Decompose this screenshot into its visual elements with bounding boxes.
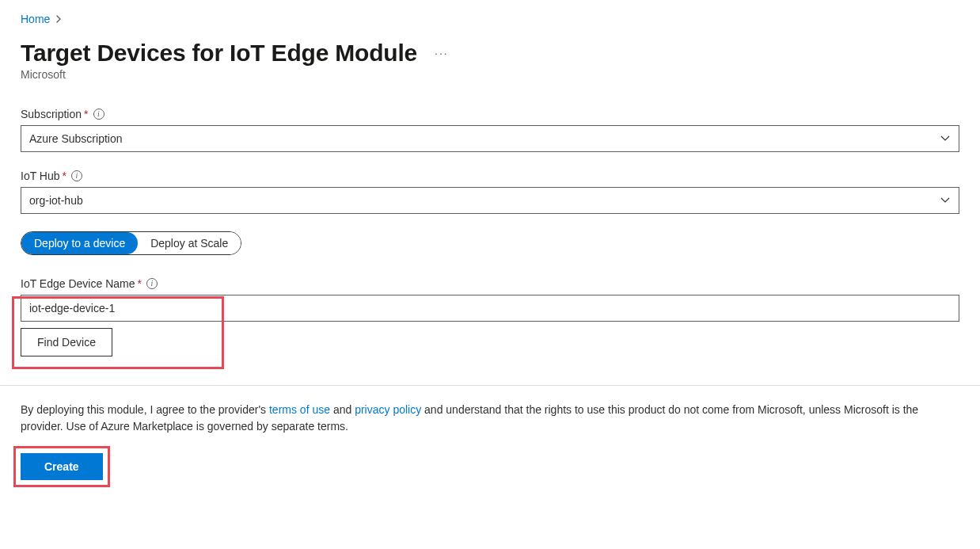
info-icon[interactable]: i	[146, 278, 158, 289]
deploy-to-device-toggle[interactable]: Deploy to a device	[21, 232, 138, 254]
required-star-icon: *	[63, 170, 66, 182]
iothub-value: org-iot-hub	[29, 194, 83, 207]
privacy-policy-link[interactable]: privacy policy	[355, 403, 421, 416]
subscription-label: Subscription	[21, 108, 82, 120]
page-title: Target Devices for IoT Edge Module	[21, 40, 417, 67]
terms-of-use-link[interactable]: terms of use	[269, 403, 330, 416]
highlight-annotation: Create	[13, 446, 110, 487]
section-divider	[0, 385, 980, 386]
device-name-input[interactable]	[21, 295, 959, 322]
required-star-icon: *	[137, 277, 141, 290]
info-icon[interactable]: i	[71, 170, 82, 181]
subscription-field-group: Subscription * i Azure Subscription	[21, 108, 959, 152]
breadcrumb-home-link[interactable]: Home	[21, 13, 50, 25]
agreement-text: By deploying this module, I agree to the…	[21, 402, 959, 435]
deploy-at-scale-toggle[interactable]: Deploy at Scale	[138, 232, 241, 254]
chevron-down-icon	[940, 135, 951, 143]
info-icon[interactable]: i	[93, 109, 104, 120]
chevron-down-icon	[940, 196, 951, 204]
chevron-right-icon	[55, 15, 63, 23]
iothub-label: IoT Hub	[21, 170, 60, 182]
more-actions-icon[interactable]: ···	[435, 47, 449, 59]
iothub-field-group: IoT Hub * i org-iot-hub	[21, 170, 959, 214]
page-subtitle: Microsoft	[21, 68, 959, 81]
required-star-icon: *	[84, 108, 88, 120]
device-name-field-group: IoT Edge Device Name * i Find Device	[21, 277, 959, 356]
device-name-label: IoT Edge Device Name	[21, 277, 135, 290]
subscription-dropdown[interactable]: Azure Subscription	[21, 125, 959, 152]
iothub-dropdown[interactable]: org-iot-hub	[21, 187, 959, 214]
create-button[interactable]: Create	[21, 453, 103, 480]
find-device-button[interactable]: Find Device	[21, 328, 112, 356]
breadcrumb: Home	[21, 13, 959, 25]
deploy-mode-toggle: Deploy to a device Deploy at Scale	[21, 231, 241, 255]
subscription-value: Azure Subscription	[29, 132, 123, 145]
